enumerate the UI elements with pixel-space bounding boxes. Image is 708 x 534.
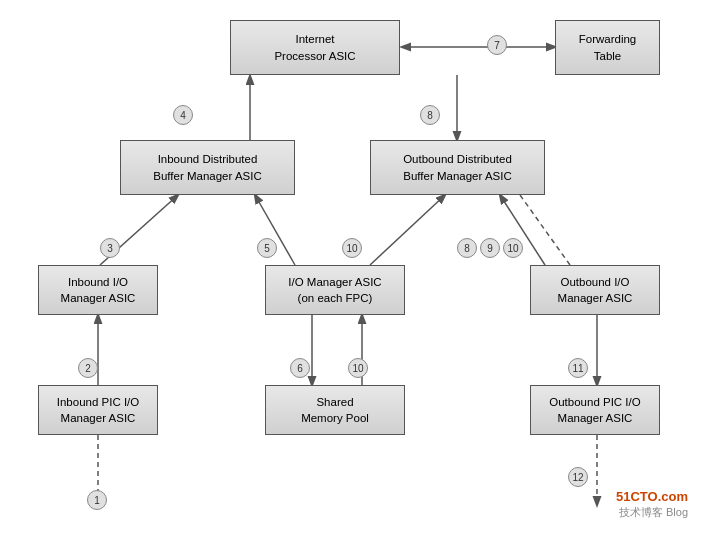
watermark: 51CTO.com [616, 489, 688, 504]
badge-4: 4 [173, 105, 193, 125]
badge-8-top: 8 [420, 105, 440, 125]
inbound-io-box: Inbound I/O Manager ASIC [38, 265, 158, 315]
badge-2: 2 [78, 358, 98, 378]
outbound-distributed-box: Outbound Distributed Buffer Manager ASIC [370, 140, 545, 195]
badge-11: 11 [568, 358, 588, 378]
inbound-distributed-box: Inbound Distributed Buffer Manager ASIC [120, 140, 295, 195]
badge-3: 3 [100, 238, 120, 258]
outbound-pic-box: Outbound PIC I/O Manager ASIC [530, 385, 660, 435]
io-manager-fpc-box: I/O Manager ASIC (on each FPC) [265, 265, 405, 315]
badge-10-mid2: 10 [503, 238, 523, 258]
badge-10-mid: 10 [342, 238, 362, 258]
badge-8-mid: 8 [457, 238, 477, 258]
svg-line-9 [370, 195, 445, 265]
diagram: Internet Processor ASIC Forwarding Table… [0, 0, 708, 534]
badge-6: 6 [290, 358, 310, 378]
outbound-io-box: Outbound I/O Manager ASIC [530, 265, 660, 315]
badge-12: 12 [568, 467, 588, 487]
badge-7: 7 [487, 35, 507, 55]
badge-5: 5 [257, 238, 277, 258]
shared-memory-box: Shared Memory Pool [265, 385, 405, 435]
badge-9-mid: 9 [480, 238, 500, 258]
watermark-sub: 技术博客 Blog [619, 505, 688, 520]
svg-line-11 [520, 195, 570, 265]
badge-1: 1 [87, 490, 107, 510]
inbound-pic-box: Inbound PIC I/O Manager ASIC [38, 385, 158, 435]
badge-10-shared: 10 [348, 358, 368, 378]
forwarding-table-box: Forwarding Table [555, 20, 660, 75]
internet-processor-box: Internet Processor ASIC [230, 20, 400, 75]
